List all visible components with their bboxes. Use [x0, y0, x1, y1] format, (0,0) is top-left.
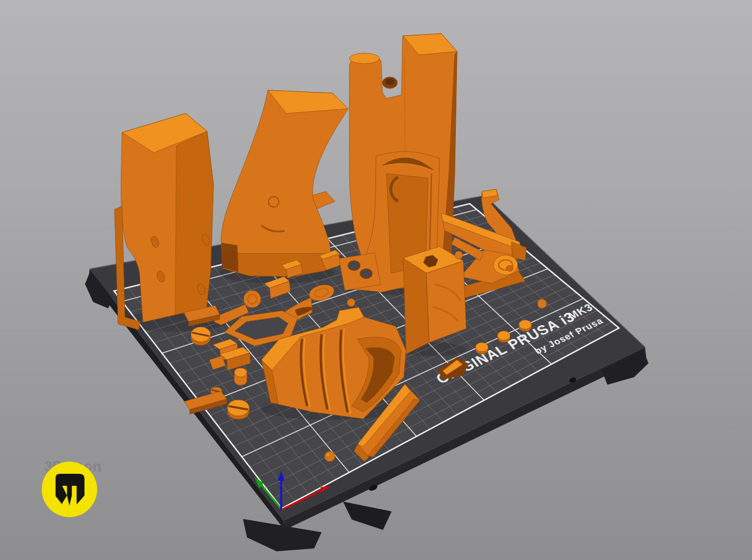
demon-logo-icon — [40, 460, 98, 518]
part-pistol-grip[interactable] — [221, 90, 348, 277]
viewport-3d[interactable]: ORIGINAL PRUSA i3 MK3 by Josef Prusa — [0, 0, 752, 560]
bed-foot-front-tab — [343, 502, 392, 530]
watermark-logo: 3Demon — [40, 460, 105, 475]
scene-canvas[interactable]: ORIGINAL PRUSA i3 MK3 by Josef Prusa — [0, 0, 752, 560]
